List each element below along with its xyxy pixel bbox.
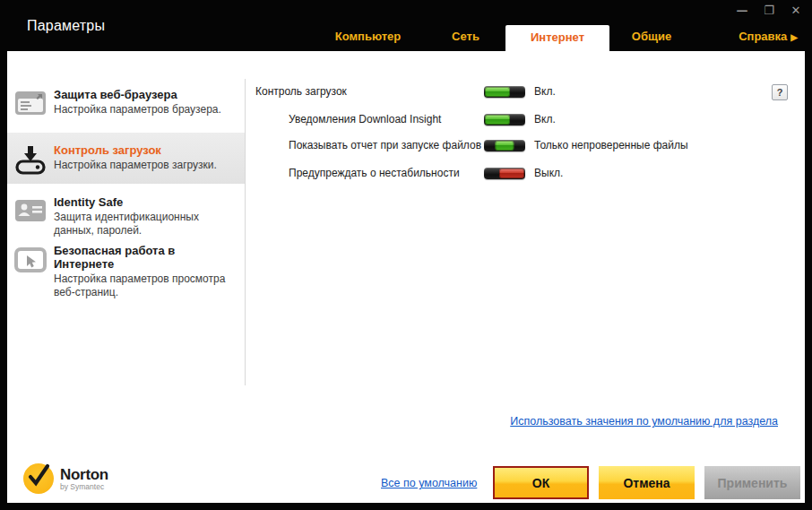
sidebar-item-web-protection[interactable]: Защита веб-браузера Настройка параметров… [7,79,245,130]
toggle-warn-instability[interactable] [484,168,525,179]
setting-label: Контроль загрузок [255,85,347,98]
download-icon [7,142,54,184]
sidebar-item-subtitle: Настройка параметров просмотра веб-стран… [54,272,229,299]
window-controls: — ❐ ✕ [733,2,805,18]
cancel-button[interactable]: Отмена [599,466,695,499]
maximize-icon[interactable]: ❐ [760,2,778,18]
sidebar-divider [245,79,246,385]
chevron-right-icon: ▶ [790,32,798,42]
setting-label: Показывать отчет при запуске файлов [289,139,481,151]
cursor-window-icon [7,242,54,314]
sidebar-item-title: Identity Safe [54,194,229,209]
norton-logo: Norton by Symantec [23,463,108,494]
tab-help[interactable]: Справка▶ [708,27,803,47]
logo-brand: Norton [60,467,108,482]
setting-value: Вкл. [534,113,556,125]
sidebar-item-safe-web[interactable]: Безопасная работа в Интернете Настройка … [7,242,245,314]
sidebar-item-subtitle: Настройка параметров браузера. [54,103,229,117]
norton-check-icon [23,463,54,494]
sidebar-item-title: Безопасная работа в Интернете [54,242,229,271]
tab-internet[interactable]: Интернет [505,25,609,51]
setting-value: Вкл. [534,85,556,98]
all-defaults-link[interactable]: Все по умолчанию [381,477,477,489]
apply-button[interactable]: Применить [704,466,800,499]
toggle-download-control[interactable] [484,86,525,98]
window-title: Параметры [27,18,105,34]
toggle-pill [499,169,524,178]
tab-network[interactable]: Сеть [419,27,513,47]
toggle-pill [495,141,514,151]
id-card-icon [7,194,54,242]
setting-label: Предупреждать о нестабильности [289,167,460,179]
sidebar-item-subtitle: Настройка параметров загрузки. [54,159,229,172]
browser-icon [7,86,54,130]
toggle-pill [485,115,510,125]
ok-button[interactable]: ОК [493,466,589,499]
sidebar-item-download-control[interactable]: Контроль загрузок Настройка параметров з… [7,133,245,184]
sidebar-item-title: Защита веб-браузера [54,86,229,101]
setting-value: Только непроверенные файлы [534,139,688,151]
settings-window: Параметры — ❐ ✕ Компьютер Сеть Интернет … [0,0,812,510]
sidebar-item-subtitle: Защита идентификационных данных, паролей… [54,211,229,238]
tab-help-label: Справка [739,30,787,43]
logo-sub: by Symantec [60,482,108,491]
toggle-pill [485,87,510,97]
tab-computer[interactable]: Компьютер [321,27,415,47]
section-defaults-link[interactable]: Использовать значения по умолчанию для р… [510,415,778,428]
minimize-icon[interactable]: — [733,2,751,18]
close-icon[interactable]: ✕ [787,2,805,18]
content-panel: Защита веб-браузера Настройка параметров… [7,51,805,503]
toggle-show-report-on-launch[interactable] [484,140,525,151]
setting-label: Уведомления Download Insight [289,113,441,125]
sidebar-item-title: Контроль загрузок [54,142,229,157]
help-button[interactable]: ? [772,84,788,100]
toggle-download-insight-notifications[interactable] [484,114,525,125]
sidebar-item-identity-safe[interactable]: Identity Safe Защита идентификационных д… [7,190,245,242]
tab-general[interactable]: Общие [602,27,701,47]
setting-value: Выкл. [534,167,563,179]
